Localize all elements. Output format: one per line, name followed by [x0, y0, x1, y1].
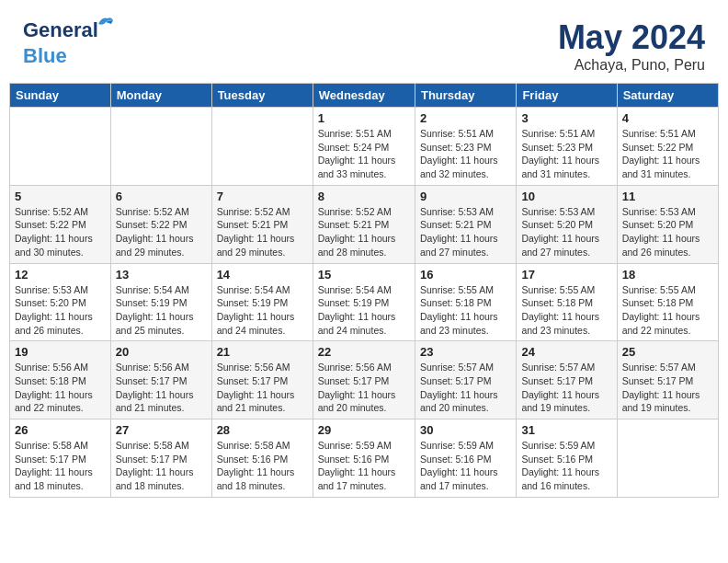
- weekday-header: Tuesday: [211, 84, 313, 108]
- day-info: Sunrise: 5:57 AMSunset: 5:17 PMDaylight:…: [622, 361, 713, 415]
- day-info: Sunrise: 5:59 AMSunset: 5:16 PMDaylight:…: [318, 439, 410, 493]
- day-number: 29: [318, 423, 410, 437]
- day-info: Sunrise: 5:51 AMSunset: 5:24 PMDaylight:…: [318, 127, 410, 181]
- day-number: 26: [15, 423, 106, 437]
- calendar-day-cell: 22Sunrise: 5:56 AMSunset: 5:17 PMDayligh…: [313, 341, 415, 419]
- day-number: 6: [116, 190, 207, 203]
- day-number: 22: [318, 345, 410, 359]
- day-info: Sunrise: 5:53 AMSunset: 5:20 PMDaylight:…: [15, 283, 106, 338]
- day-number: 23: [420, 345, 511, 359]
- day-info: Sunrise: 5:51 AMSunset: 5:23 PMDaylight:…: [420, 127, 511, 181]
- calendar-day-cell: 15Sunrise: 5:54 AMSunset: 5:19 PMDayligh…: [313, 263, 415, 341]
- day-info: Sunrise: 5:56 AMSunset: 5:17 PMDaylight:…: [217, 361, 308, 415]
- weekday-header: Saturday: [617, 84, 718, 108]
- calendar-day-cell: 19Sunrise: 5:56 AMSunset: 5:18 PMDayligh…: [10, 341, 111, 419]
- calendar-day-cell: 6Sunrise: 5:52 AMSunset: 5:22 PMDaylight…: [110, 185, 211, 263]
- calendar-day-cell: 24Sunrise: 5:57 AMSunset: 5:17 PMDayligh…: [517, 341, 617, 419]
- calendar-day-cell: 13Sunrise: 5:54 AMSunset: 5:19 PMDayligh…: [110, 263, 211, 341]
- logo: General Blue: [23, 18, 98, 68]
- day-info: Sunrise: 5:55 AMSunset: 5:18 PMDaylight:…: [420, 283, 511, 338]
- day-number: 4: [622, 111, 713, 125]
- day-number: 17: [521, 268, 611, 282]
- day-info: Sunrise: 5:57 AMSunset: 5:17 PMDaylight:…: [521, 361, 611, 415]
- day-info: Sunrise: 5:51 AMSunset: 5:23 PMDaylight:…: [521, 127, 611, 181]
- calendar-week-row: 19Sunrise: 5:56 AMSunset: 5:18 PMDayligh…: [10, 341, 719, 419]
- day-number: 7: [217, 190, 308, 203]
- day-number: 2: [420, 111, 511, 125]
- calendar-day-cell: 18Sunrise: 5:55 AMSunset: 5:18 PMDayligh…: [617, 263, 718, 341]
- calendar-day-cell: 29Sunrise: 5:59 AMSunset: 5:16 PMDayligh…: [313, 419, 415, 498]
- weekday-header: Sunday: [10, 84, 111, 108]
- calendar-day-cell: 23Sunrise: 5:57 AMSunset: 5:17 PMDayligh…: [415, 341, 516, 419]
- calendar-day-cell: 27Sunrise: 5:58 AMSunset: 5:17 PMDayligh…: [110, 419, 211, 498]
- day-info: Sunrise: 5:52 AMSunset: 5:22 PMDaylight:…: [116, 205, 207, 259]
- day-number: 21: [217, 345, 308, 359]
- day-number: 28: [217, 423, 308, 437]
- day-number: 11: [622, 190, 713, 203]
- logo-general: General: [23, 18, 98, 41]
- calendar-table: SundayMondayTuesdayWednesdayThursdayFrid…: [9, 83, 719, 498]
- day-info: Sunrise: 5:53 AMSunset: 5:21 PMDaylight:…: [420, 205, 511, 259]
- day-info: Sunrise: 5:53 AMSunset: 5:20 PMDaylight:…: [622, 205, 713, 259]
- day-info: Sunrise: 5:52 AMSunset: 5:22 PMDaylight:…: [15, 205, 106, 259]
- day-info: Sunrise: 5:56 AMSunset: 5:17 PMDaylight:…: [116, 361, 207, 415]
- day-info: Sunrise: 5:56 AMSunset: 5:17 PMDaylight:…: [318, 361, 410, 415]
- day-info: Sunrise: 5:52 AMSunset: 5:21 PMDaylight:…: [217, 205, 308, 259]
- calendar-day-cell: 31Sunrise: 5:59 AMSunset: 5:16 PMDayligh…: [517, 419, 617, 498]
- calendar-week-row: 1Sunrise: 5:51 AMSunset: 5:24 PMDaylight…: [10, 108, 719, 186]
- calendar-day-cell: 11Sunrise: 5:53 AMSunset: 5:20 PMDayligh…: [617, 185, 718, 263]
- calendar-day-cell: [10, 108, 111, 186]
- day-number: 31: [521, 423, 611, 437]
- day-number: 1: [318, 111, 410, 125]
- location-subtitle: Achaya, Puno, Peru: [558, 57, 705, 74]
- calendar-day-cell: [110, 108, 211, 186]
- day-number: 27: [116, 423, 207, 437]
- calendar-day-cell: 8Sunrise: 5:52 AMSunset: 5:21 PMDaylight…: [313, 185, 415, 263]
- day-info: Sunrise: 5:52 AMSunset: 5:21 PMDaylight:…: [318, 205, 410, 259]
- calendar-day-cell: 9Sunrise: 5:53 AMSunset: 5:21 PMDaylight…: [415, 185, 516, 263]
- calendar-day-cell: 17Sunrise: 5:55 AMSunset: 5:18 PMDayligh…: [517, 263, 617, 341]
- page-header: General Blue May 2024 Achaya, Puno, Peru: [9, 9, 719, 78]
- day-number: 13: [116, 268, 207, 282]
- calendar-week-row: 26Sunrise: 5:58 AMSunset: 5:17 PMDayligh…: [10, 419, 719, 498]
- calendar-day-cell: 21Sunrise: 5:56 AMSunset: 5:17 PMDayligh…: [211, 341, 313, 419]
- day-info: Sunrise: 5:54 AMSunset: 5:19 PMDaylight:…: [318, 283, 410, 338]
- weekday-header: Friday: [517, 84, 617, 108]
- day-number: 9: [420, 190, 511, 203]
- day-info: Sunrise: 5:54 AMSunset: 5:19 PMDaylight:…: [116, 283, 207, 338]
- logo-blue: Blue: [23, 44, 67, 68]
- day-number: 8: [318, 190, 410, 203]
- day-info: Sunrise: 5:58 AMSunset: 5:17 PMDaylight:…: [116, 439, 207, 493]
- day-number: 30: [420, 423, 511, 437]
- calendar-day-cell: 16Sunrise: 5:55 AMSunset: 5:18 PMDayligh…: [415, 263, 516, 341]
- day-number: 18: [622, 268, 713, 282]
- day-number: 10: [521, 190, 611, 203]
- logo-bird-icon: [97, 13, 115, 31]
- weekday-header: Monday: [110, 84, 211, 108]
- calendar-day-cell: 14Sunrise: 5:54 AMSunset: 5:19 PMDayligh…: [211, 263, 313, 341]
- calendar-day-cell: 10Sunrise: 5:53 AMSunset: 5:20 PMDayligh…: [517, 185, 617, 263]
- calendar-day-cell: 12Sunrise: 5:53 AMSunset: 5:20 PMDayligh…: [10, 263, 111, 341]
- day-info: Sunrise: 5:51 AMSunset: 5:22 PMDaylight:…: [622, 127, 713, 181]
- calendar-day-cell: 3Sunrise: 5:51 AMSunset: 5:23 PMDaylight…: [517, 108, 617, 186]
- day-number: 25: [622, 345, 713, 359]
- day-info: Sunrise: 5:55 AMSunset: 5:18 PMDaylight:…: [622, 283, 713, 338]
- day-info: Sunrise: 5:59 AMSunset: 5:16 PMDaylight:…: [521, 439, 611, 493]
- day-info: Sunrise: 5:58 AMSunset: 5:17 PMDaylight:…: [15, 439, 106, 493]
- calendar-day-cell: 20Sunrise: 5:56 AMSunset: 5:17 PMDayligh…: [110, 341, 211, 419]
- calendar-day-cell: 2Sunrise: 5:51 AMSunset: 5:23 PMDaylight…: [415, 108, 516, 186]
- day-number: 15: [318, 268, 410, 282]
- calendar-day-cell: [617, 419, 718, 498]
- day-number: 5: [15, 190, 106, 203]
- calendar-day-cell: 25Sunrise: 5:57 AMSunset: 5:17 PMDayligh…: [617, 341, 718, 419]
- day-number: 19: [15, 345, 106, 359]
- calendar-day-cell: 1Sunrise: 5:51 AMSunset: 5:24 PMDaylight…: [313, 108, 415, 186]
- day-number: 14: [217, 268, 308, 282]
- day-number: 16: [420, 268, 511, 282]
- calendar-week-row: 12Sunrise: 5:53 AMSunset: 5:20 PMDayligh…: [10, 263, 719, 341]
- day-number: 20: [116, 345, 207, 359]
- calendar-day-cell: 7Sunrise: 5:52 AMSunset: 5:21 PMDaylight…: [211, 185, 313, 263]
- title-block: May 2024 Achaya, Puno, Peru: [558, 18, 705, 74]
- calendar-day-cell: [211, 108, 313, 186]
- day-info: Sunrise: 5:55 AMSunset: 5:18 PMDaylight:…: [521, 283, 611, 338]
